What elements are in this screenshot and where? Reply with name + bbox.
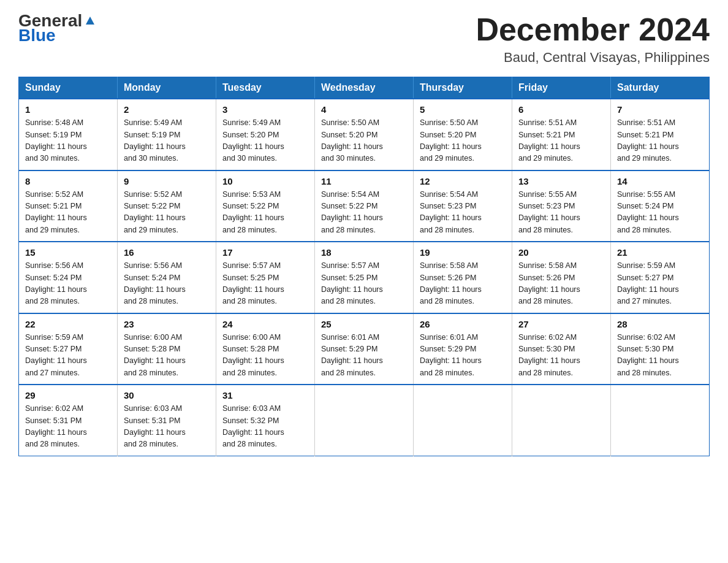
table-row: 11 Sunrise: 5:54 AM Sunset: 5:22 PM Dayl… (315, 170, 414, 242)
table-row: 24 Sunrise: 6:00 AM Sunset: 5:28 PM Dayl… (216, 313, 315, 385)
table-row: 4 Sunrise: 5:50 AM Sunset: 5:20 PM Dayli… (315, 99, 414, 170)
day-number: 29 (25, 390, 111, 400)
day-detail: Sunrise: 6:01 AM Sunset: 5:29 PM Dayligh… (420, 332, 506, 380)
table-row: 15 Sunrise: 5:56 AM Sunset: 5:24 PM Dayl… (19, 242, 118, 313)
table-row: 3 Sunrise: 5:49 AM Sunset: 5:20 PM Dayli… (216, 99, 315, 170)
calendar-header-row: Sunday Monday Tuesday Wednesday Thursday… (19, 77, 710, 99)
day-detail: Sunrise: 5:56 AM Sunset: 5:24 PM Dayligh… (25, 260, 111, 308)
day-detail: Sunrise: 6:03 AM Sunset: 5:31 PM Dayligh… (124, 403, 210, 451)
col-thursday: Thursday (414, 77, 512, 99)
day-detail: Sunrise: 5:58 AM Sunset: 5:26 PM Dayligh… (518, 260, 604, 308)
table-row: 1 Sunrise: 5:48 AM Sunset: 5:19 PM Dayli… (19, 99, 118, 170)
day-number: 17 (222, 247, 308, 258)
table-row (611, 385, 710, 456)
table-row: 21 Sunrise: 5:59 AM Sunset: 5:27 PM Dayl… (611, 242, 710, 313)
day-number: 19 (420, 247, 506, 258)
table-row: 29 Sunrise: 6:02 AM Sunset: 5:31 PM Dayl… (19, 385, 118, 456)
table-row: 18 Sunrise: 5:57 AM Sunset: 5:25 PM Dayl… (315, 242, 414, 313)
col-saturday: Saturday (611, 77, 710, 99)
day-number: 5 (420, 104, 506, 115)
table-row: 6 Sunrise: 5:51 AM Sunset: 5:21 PM Dayli… (512, 99, 611, 170)
col-wednesday: Wednesday (315, 77, 414, 99)
day-number: 16 (124, 247, 210, 258)
title-block: December 2024 Baud, Central Visayas, Phi… (476, 12, 710, 66)
table-row: 13 Sunrise: 5:55 AM Sunset: 5:23 PM Dayl… (512, 170, 611, 242)
day-detail: Sunrise: 6:00 AM Sunset: 5:28 PM Dayligh… (124, 332, 210, 380)
day-detail: Sunrise: 5:58 AM Sunset: 5:26 PM Dayligh… (420, 260, 506, 308)
day-number: 26 (420, 319, 506, 329)
table-row: 14 Sunrise: 5:55 AM Sunset: 5:24 PM Dayl… (611, 170, 710, 242)
table-row: 5 Sunrise: 5:50 AM Sunset: 5:20 PM Dayli… (414, 99, 512, 170)
calendar-week-4: 22 Sunrise: 5:59 AM Sunset: 5:27 PM Dayl… (19, 313, 710, 385)
table-row (315, 385, 414, 456)
day-detail: Sunrise: 5:59 AM Sunset: 5:27 PM Dayligh… (617, 260, 703, 308)
table-row: 9 Sunrise: 5:52 AM Sunset: 5:22 PM Dayli… (118, 170, 216, 242)
table-row: 22 Sunrise: 5:59 AM Sunset: 5:27 PM Dayl… (19, 313, 118, 385)
logo-triangle-icon (83, 13, 97, 27)
table-row: 16 Sunrise: 5:56 AM Sunset: 5:24 PM Dayl… (118, 242, 216, 313)
day-number: 15 (25, 247, 111, 258)
day-detail: Sunrise: 5:50 AM Sunset: 5:20 PM Dayligh… (420, 117, 506, 165)
day-number: 31 (222, 390, 308, 400)
day-number: 24 (222, 319, 308, 329)
day-detail: Sunrise: 5:49 AM Sunset: 5:19 PM Dayligh… (124, 117, 210, 165)
day-detail: Sunrise: 5:51 AM Sunset: 5:21 PM Dayligh… (617, 117, 703, 165)
day-detail: Sunrise: 6:01 AM Sunset: 5:29 PM Dayligh… (321, 332, 407, 380)
day-detail: Sunrise: 5:56 AM Sunset: 5:24 PM Dayligh… (124, 260, 210, 308)
table-row: 10 Sunrise: 5:53 AM Sunset: 5:22 PM Dayl… (216, 170, 315, 242)
day-detail: Sunrise: 5:57 AM Sunset: 5:25 PM Dayligh… (321, 260, 407, 308)
day-detail: Sunrise: 5:50 AM Sunset: 5:20 PM Dayligh… (321, 117, 407, 165)
location-title: Baud, Central Visayas, Philippines (476, 50, 710, 66)
table-row: 20 Sunrise: 5:58 AM Sunset: 5:26 PM Dayl… (512, 242, 611, 313)
day-number: 13 (518, 176, 604, 186)
day-detail: Sunrise: 6:02 AM Sunset: 5:30 PM Dayligh… (617, 332, 703, 380)
day-detail: Sunrise: 5:51 AM Sunset: 5:21 PM Dayligh… (518, 117, 604, 165)
logo-blue-text: Blue (18, 27, 56, 44)
day-number: 14 (617, 176, 703, 186)
day-detail: Sunrise: 6:02 AM Sunset: 5:30 PM Dayligh… (518, 332, 604, 380)
calendar-table: Sunday Monday Tuesday Wednesday Thursday… (18, 77, 710, 456)
day-detail: Sunrise: 5:54 AM Sunset: 5:23 PM Dayligh… (420, 189, 506, 237)
day-detail: Sunrise: 5:52 AM Sunset: 5:22 PM Dayligh… (124, 189, 210, 237)
day-detail: Sunrise: 5:52 AM Sunset: 5:21 PM Dayligh… (25, 189, 111, 237)
col-friday: Friday (512, 77, 611, 99)
day-number: 9 (124, 176, 210, 186)
day-detail: Sunrise: 5:59 AM Sunset: 5:27 PM Dayligh… (25, 332, 111, 380)
page-header: General Blue December 2024 Baud, Central… (18, 12, 710, 66)
day-number: 20 (518, 247, 604, 258)
day-detail: Sunrise: 5:57 AM Sunset: 5:25 PM Dayligh… (222, 260, 308, 308)
col-sunday: Sunday (19, 77, 118, 99)
day-detail: Sunrise: 6:00 AM Sunset: 5:28 PM Dayligh… (222, 332, 308, 380)
day-number: 25 (321, 319, 407, 329)
day-detail: Sunrise: 6:03 AM Sunset: 5:32 PM Dayligh… (222, 403, 308, 451)
month-title: December 2024 (476, 12, 710, 47)
calendar-week-2: 8 Sunrise: 5:52 AM Sunset: 5:21 PM Dayli… (19, 170, 710, 242)
day-number: 27 (518, 319, 604, 329)
day-number: 11 (321, 176, 407, 186)
day-number: 23 (124, 319, 210, 329)
day-detail: Sunrise: 5:55 AM Sunset: 5:23 PM Dayligh… (518, 189, 604, 237)
day-detail: Sunrise: 5:48 AM Sunset: 5:19 PM Dayligh… (25, 117, 111, 165)
day-number: 28 (617, 319, 703, 329)
table-row: 28 Sunrise: 6:02 AM Sunset: 5:30 PM Dayl… (611, 313, 710, 385)
table-row: 2 Sunrise: 5:49 AM Sunset: 5:19 PM Dayli… (118, 99, 216, 170)
day-detail: Sunrise: 5:49 AM Sunset: 5:20 PM Dayligh… (222, 117, 308, 165)
calendar-week-3: 15 Sunrise: 5:56 AM Sunset: 5:24 PM Dayl… (19, 242, 710, 313)
day-detail: Sunrise: 5:55 AM Sunset: 5:24 PM Dayligh… (617, 189, 703, 237)
col-tuesday: Tuesday (216, 77, 315, 99)
day-number: 30 (124, 390, 210, 400)
table-row: 30 Sunrise: 6:03 AM Sunset: 5:31 PM Dayl… (118, 385, 216, 456)
day-detail: Sunrise: 6:02 AM Sunset: 5:31 PM Dayligh… (25, 403, 111, 451)
day-number: 22 (25, 319, 111, 329)
calendar-week-1: 1 Sunrise: 5:48 AM Sunset: 5:19 PM Dayli… (19, 99, 710, 170)
table-row (512, 385, 611, 456)
calendar-week-5: 29 Sunrise: 6:02 AM Sunset: 5:31 PM Dayl… (19, 385, 710, 456)
table-row: 27 Sunrise: 6:02 AM Sunset: 5:30 PM Dayl… (512, 313, 611, 385)
table-row: 26 Sunrise: 6:01 AM Sunset: 5:29 PM Dayl… (414, 313, 512, 385)
day-detail: Sunrise: 5:54 AM Sunset: 5:22 PM Dayligh… (321, 189, 407, 237)
day-detail: Sunrise: 5:53 AM Sunset: 5:22 PM Dayligh… (222, 189, 308, 237)
table-row: 7 Sunrise: 5:51 AM Sunset: 5:21 PM Dayli… (611, 99, 710, 170)
day-number: 2 (124, 104, 210, 115)
day-number: 18 (321, 247, 407, 258)
table-row: 23 Sunrise: 6:00 AM Sunset: 5:28 PM Dayl… (118, 313, 216, 385)
